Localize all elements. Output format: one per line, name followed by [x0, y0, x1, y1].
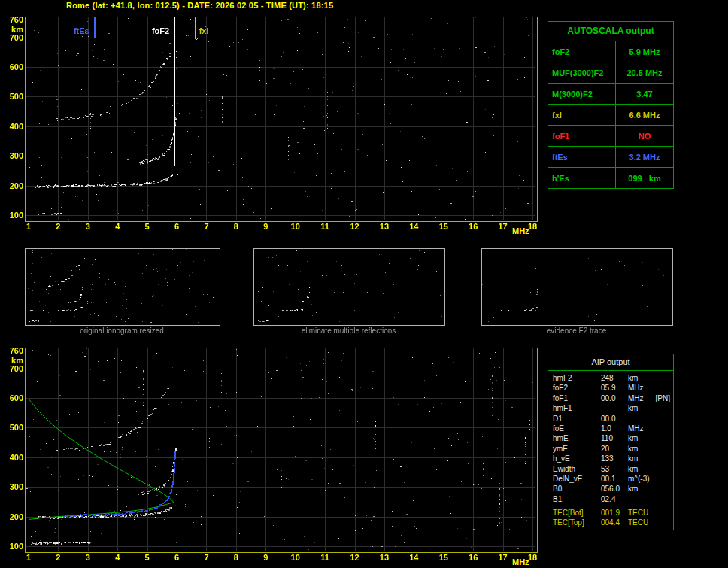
autoscala-label-m3000f2: M(3000)F2	[548, 84, 616, 104]
aip-row-foe: foE1.0MHz	[548, 424, 673, 433]
autoscala-row-ftes: ftEs 3.2 MHz	[548, 147, 673, 168]
aip-unit: km	[628, 454, 655, 463]
y-tick-label: 200	[2, 512, 23, 521]
aip-value: 1.0	[601, 424, 628, 433]
aip-value: 00.1	[601, 474, 628, 484]
aip-note	[655, 433, 673, 443]
aip-value: 133	[601, 454, 628, 463]
x-tick-label: 6	[168, 553, 186, 562]
y-tick-label: 500	[2, 92, 23, 101]
aip-value: 110	[601, 433, 628, 443]
x-tick-label: 16	[464, 222, 482, 231]
aip-unit: km	[628, 484, 655, 494]
autoscala-label-hes: h'Es	[548, 168, 616, 188]
aip-name: DelN_vE	[548, 474, 601, 484]
x-tick-label: 13	[375, 553, 393, 562]
autoscala-value-muf3000f2: 20.5 MHz	[616, 62, 673, 83]
autoscala-row-muf3000f2: MUF(3000)F2 20.5 MHz	[548, 62, 673, 84]
y-tick-label: 400	[2, 122, 23, 131]
autoscala-value-fof2: 5.9 MHz	[616, 41, 673, 62]
aip-row-hme: hmE110km	[548, 433, 673, 443]
autoscala-output-table: AUTOSCALA output foF2 5.9 MHz MUF(3000)F…	[548, 21, 674, 189]
x-tick-label: 6	[168, 222, 186, 231]
x-tick-label: 17	[494, 553, 512, 562]
x-tick-label: 2	[49, 222, 67, 231]
aip-note	[655, 484, 673, 494]
aip-unit	[628, 414, 655, 424]
x-tick-label: 10	[287, 553, 305, 562]
y-tick-label: 100	[2, 542, 23, 551]
autoscala-label-muf3000f2: MUF(3000)F2	[548, 62, 616, 83]
aip-value: 056.0	[601, 484, 628, 494]
thumbnail-eliminate-canvas	[254, 249, 443, 323]
autoscala-row-m3000f2: M(3000)F2 3.47	[548, 84, 673, 105]
x-tick-label: 5	[138, 553, 156, 562]
y-tick-label: 600	[2, 393, 23, 402]
x-tick-label: 14	[405, 222, 423, 231]
y-axis-unit-main: km	[2, 25, 23, 34]
x-tick-label: 2	[49, 553, 67, 562]
aip-unit	[628, 494, 655, 504]
aip-output-table: AIP output hmF2248km foF205.9MHz foF100.…	[548, 354, 674, 530]
autoscala-value-fxi: 6.6 MHz	[616, 105, 673, 125]
aip-unit: MHz	[628, 393, 655, 403]
aip-note	[655, 373, 673, 383]
aip-name: Ewidth	[548, 464, 601, 474]
x-tick-label: 3	[79, 553, 97, 562]
y-tick-label: 700	[2, 33, 23, 42]
aip-row-tecbot: TEC[Bot]001.9TECU	[548, 508, 673, 518]
aip-name: ymE	[548, 444, 601, 454]
aip-unit: km	[628, 373, 655, 383]
thumbnail-evidence-f2	[481, 248, 673, 326]
autoscala-label-fof1: foF1	[548, 126, 616, 146]
y-tick-label: 500	[2, 423, 23, 432]
autoscala-label-ftes: ftEs	[548, 147, 616, 167]
x-tick-label: 7	[197, 222, 215, 231]
aip-unit: km	[628, 444, 655, 454]
main-ionogram-plot	[25, 17, 538, 222]
x-tick-label: 15	[435, 222, 453, 231]
aip-name: hmF1	[548, 403, 601, 413]
aip-name: TEC[Top]	[548, 518, 601, 527]
autoscala-app-window: { "title": "Rome (lat: +41.8, lon: 012.5…	[0, 0, 728, 568]
main-ionogram-canvas	[26, 17, 535, 220]
aip-value: 001.9	[601, 508, 628, 518]
aip-row-tectop: TEC[Top]004.4TECU	[548, 518, 673, 527]
thumbnail-original-canvas	[26, 249, 218, 323]
y-axis-unit-restored: km	[2, 356, 23, 365]
station-header-title: Rome (lat: +41.8, lon: 012.5) - DATE: 20…	[66, 1, 333, 10]
x-tick-label: 4	[108, 222, 126, 231]
aip-name: TEC[Bot]	[548, 508, 601, 518]
aip-note: [PN]	[655, 393, 673, 403]
x-tick-label: 12	[346, 553, 364, 562]
x-tick-label: 3	[79, 222, 97, 231]
aip-value: 20	[601, 444, 628, 454]
y-tick-label: 760	[2, 15, 23, 24]
restored-ionogram-plot	[25, 348, 538, 553]
autoscala-label-fof2: foF2	[548, 41, 616, 62]
x-tick-label: 9	[256, 222, 275, 231]
aip-row-b1: B102.4	[548, 494, 673, 504]
aip-note	[655, 464, 673, 474]
aip-table-body: hmF2248km foF205.9MHz foF100.0MHz[PN] hm…	[548, 371, 673, 506]
aip-name: B0	[548, 484, 601, 494]
aip-unit: km	[628, 433, 655, 443]
aip-value: ---	[601, 403, 628, 413]
aip-value: 05.9	[601, 383, 628, 393]
aip-note	[655, 494, 673, 504]
aip-row-b0: B0056.0km	[548, 484, 673, 494]
x-tick-label: 13	[375, 222, 393, 231]
aip-row-d1: D100.0	[548, 414, 673, 424]
x-tick-label: 1	[20, 553, 38, 562]
aip-row-fof2: foF205.9MHz	[548, 383, 673, 393]
aip-value: 02.4	[601, 494, 628, 504]
aip-note	[655, 444, 673, 454]
aip-row-hve: h_vE133km	[548, 454, 673, 463]
y-tick-label: 400	[2, 453, 23, 462]
aip-value: 004.4	[601, 518, 628, 527]
y-tick-label: 300	[2, 151, 23, 160]
aip-value: 00.0	[601, 414, 628, 424]
x-axis-unit-restored: MHz	[512, 557, 529, 566]
x-tick-label: 11	[316, 553, 334, 562]
aip-note	[655, 383, 673, 393]
